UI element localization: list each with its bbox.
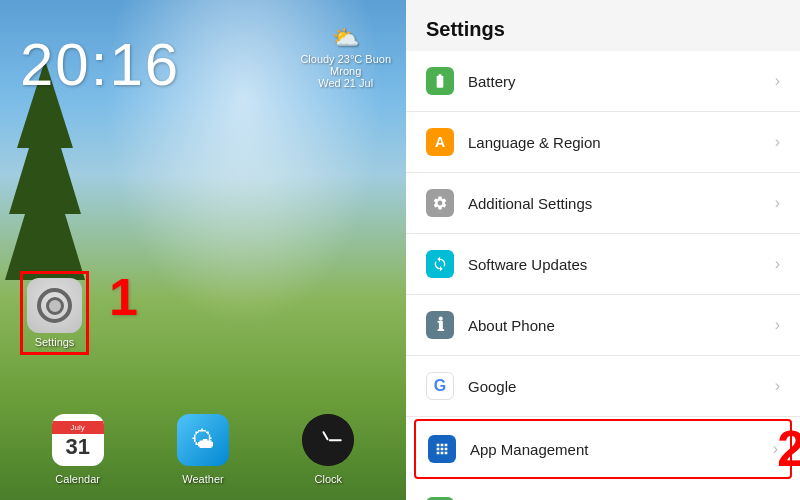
weather-location: Mrong	[300, 65, 391, 77]
calendar-icon: July 31	[52, 414, 104, 466]
settings-item-about[interactable]: ℹ About Phone ›	[406, 295, 800, 356]
additional-label: Additional Settings	[468, 195, 775, 212]
clock-icon	[302, 414, 354, 466]
calendar-dock-item[interactable]: July 31 Calendar	[52, 414, 104, 485]
weather-app-icon: 🌤	[177, 414, 229, 466]
weather-label: Weather	[182, 473, 223, 485]
google-chevron: ›	[775, 377, 780, 395]
settings-panel: Settings Battery › A Language & Region ›…	[406, 0, 800, 500]
language-icon: A	[426, 128, 454, 156]
weather-condition: Cloudy 23°C Buon	[300, 53, 391, 65]
updates-label: Software Updates	[468, 256, 775, 273]
about-icon: ℹ	[426, 311, 454, 339]
clock-face	[302, 414, 354, 466]
app-management-wrapper: App Management › 2	[406, 419, 800, 479]
updates-chevron: ›	[775, 255, 780, 273]
weather-icon: ⛅	[300, 25, 391, 51]
appmanagement-label: App Management	[470, 441, 773, 458]
settings-item-appmanagement[interactable]: App Management ›	[414, 419, 792, 479]
settings-app-label: Settings	[35, 336, 75, 348]
settings-item-cloner[interactable]: App Cloner ›	[406, 481, 800, 500]
additional-chevron: ›	[775, 194, 780, 212]
calendar-label: Calendar	[55, 473, 100, 485]
about-chevron: ›	[775, 316, 780, 334]
settings-item-battery[interactable]: Battery ›	[406, 51, 800, 112]
step-number-2: 2	[777, 424, 800, 474]
gear-icon	[37, 288, 72, 323]
additional-icon	[426, 189, 454, 217]
settings-title: Settings	[406, 0, 800, 51]
battery-label: Battery	[468, 73, 775, 90]
google-icon: G	[426, 372, 454, 400]
cal-date-num: 31	[65, 434, 89, 460]
phone-screen: 20:16 ⛅ Cloudy 23°C Buon Mrong Wed 21 Ju…	[0, 0, 406, 500]
clock-label: Clock	[315, 473, 343, 485]
bottom-dock: July 31 Calendar 🌤 Weather Clock	[0, 414, 406, 485]
google-label: Google	[468, 378, 775, 395]
about-label: About Phone	[468, 317, 775, 334]
clock-hands	[313, 425, 343, 455]
settings-list: Battery › A Language & Region › Addition…	[406, 51, 800, 500]
cal-month-header: July	[52, 421, 104, 434]
settings-step-container: Settings 1	[20, 271, 138, 355]
battery-icon	[426, 67, 454, 95]
clock-time: 20:16	[20, 30, 180, 99]
settings-app-icon[interactable]	[27, 278, 82, 333]
appmanagement-icon	[428, 435, 456, 463]
settings-item-updates[interactable]: Software Updates ›	[406, 234, 800, 295]
updates-icon	[426, 250, 454, 278]
weather-widget: ⛅ Cloudy 23°C Buon Mrong Wed 21 Jul	[300, 25, 391, 89]
weather-dock-item[interactable]: 🌤 Weather	[177, 414, 229, 485]
settings-item-additional[interactable]: Additional Settings ›	[406, 173, 800, 234]
weather-date: Wed 21 Jul	[300, 77, 391, 89]
settings-item-language[interactable]: A Language & Region ›	[406, 112, 800, 173]
battery-chevron: ›	[775, 72, 780, 90]
language-chevron: ›	[775, 133, 780, 151]
settings-item-google[interactable]: G Google ›	[406, 356, 800, 417]
clock-dock-item[interactable]: Clock	[302, 414, 354, 485]
language-label: Language & Region	[468, 134, 775, 151]
step-number-1: 1	[109, 271, 138, 323]
settings-icon-highlight[interactable]: Settings	[20, 271, 89, 355]
minute-hand	[328, 439, 341, 441]
